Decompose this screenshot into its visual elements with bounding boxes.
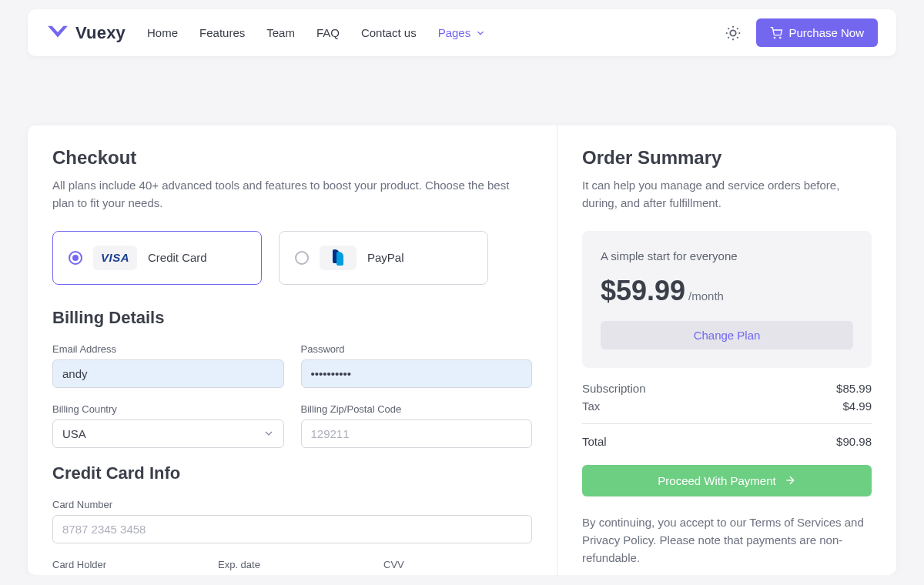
radio-credit-card <box>69 251 82 265</box>
paypal-icon <box>333 249 343 266</box>
card-cvv-label: CVV <box>383 559 532 570</box>
svg-line-8 <box>738 28 738 28</box>
payment-option-paypal[interactable]: PayPal <box>279 231 488 285</box>
nav-link-pages[interactable]: Pages <box>438 26 487 39</box>
proceed-button[interactable]: Proceed With Payment <box>582 465 872 496</box>
purchase-button[interactable]: Purchase Now <box>756 18 878 47</box>
payment-paypal-label: PayPal <box>367 251 404 264</box>
payment-credit-card-label: Credit Card <box>148 251 207 264</box>
plan-price: $59.99 <box>601 275 685 307</box>
country-select[interactable] <box>52 420 284 448</box>
nav-links: Home Features Team FAQ Contact us Pages <box>147 26 486 39</box>
nav-link-contact[interactable]: Contact us <box>361 26 417 39</box>
email-field[interactable] <box>52 359 284 388</box>
sun-icon <box>725 25 742 42</box>
logo-icon <box>46 25 69 42</box>
card-exp-label: Exp. date <box>218 559 367 570</box>
checkout-title: Checkout <box>52 147 532 169</box>
subscription-value: $85.99 <box>836 382 872 395</box>
change-plan-button[interactable]: Change Plan <box>601 321 853 349</box>
credit-card-info-title: Credit Card Info <box>52 463 532 483</box>
plan-hint: A simple start for everyone <box>601 249 853 262</box>
radio-paypal <box>295 251 309 265</box>
total-label: Total <box>582 435 607 448</box>
password-field[interactable] <box>301 359 533 388</box>
order-summary-subtitle: It can help you manage and service order… <box>582 176 872 212</box>
nav-link-team[interactable]: Team <box>266 26 295 39</box>
cart-icon <box>770 27 782 39</box>
card-number-field[interactable] <box>52 515 532 543</box>
card-number-label: Card Number <box>52 499 532 510</box>
checkout-left: Checkout All plans include 40+ advanced … <box>28 125 557 575</box>
nav-link-faq[interactable]: FAQ <box>316 26 340 39</box>
tax-label: Tax <box>582 399 600 413</box>
tax-value: $4.99 <box>842 399 872 413</box>
order-summary-title: Order Summary <box>582 147 872 169</box>
country-label: Billing Country <box>52 403 284 415</box>
password-label: Password <box>301 343 533 355</box>
purchase-button-label: Purchase Now <box>788 26 864 39</box>
svg-line-3 <box>728 28 729 28</box>
arrow-right-icon <box>784 474 796 486</box>
zip-field[interactable] <box>301 420 533 448</box>
paypal-badge <box>320 246 357 270</box>
total-value: $90.98 <box>836 435 872 448</box>
chevron-down-icon <box>475 28 486 38</box>
summary-divider <box>582 423 872 424</box>
disclaimer-text: By continuing, you accept to our Terms o… <box>582 513 872 567</box>
nav-link-features[interactable]: Features <box>199 26 245 39</box>
svg-point-0 <box>731 30 736 35</box>
svg-point-10 <box>780 37 781 38</box>
nav-link-home[interactable]: Home <box>147 26 178 39</box>
plan-period: /month <box>688 289 724 303</box>
plan-box: A simple start for everyone $59.99 /mont… <box>582 231 872 368</box>
card-holder-label: Card Holder <box>52 559 201 570</box>
zip-label: Billing Zip/Postal Code <box>301 403 533 415</box>
email-label: Email Address <box>52 343 284 355</box>
subscription-label: Subscription <box>582 382 646 395</box>
payment-method-group: VISA Credit Card PayPal <box>52 231 532 285</box>
svg-line-4 <box>738 37 738 38</box>
brand-logo[interactable]: Vuexy <box>46 23 126 43</box>
checkout-card: Checkout All plans include 40+ advanced … <box>28 125 896 575</box>
navbar: Vuexy Home Features Team FAQ Contact us … <box>28 9 896 56</box>
order-summary: Order Summary It can help you manage and… <box>557 125 896 575</box>
checkout-subtitle: All plans include 40+ advanced tools and… <box>52 176 532 212</box>
payment-option-credit-card[interactable]: VISA Credit Card <box>52 231 262 285</box>
proceed-button-label: Proceed With Payment <box>658 474 775 487</box>
visa-badge: VISA <box>93 246 137 270</box>
svg-point-9 <box>775 37 775 38</box>
visa-icon: VISA <box>101 251 129 264</box>
nav-link-pages-label: Pages <box>438 26 471 39</box>
theme-toggle[interactable] <box>719 19 747 47</box>
brand-name: Vuexy <box>75 23 126 43</box>
svg-line-7 <box>728 37 729 38</box>
billing-details-title: Billing Details <box>52 308 532 328</box>
